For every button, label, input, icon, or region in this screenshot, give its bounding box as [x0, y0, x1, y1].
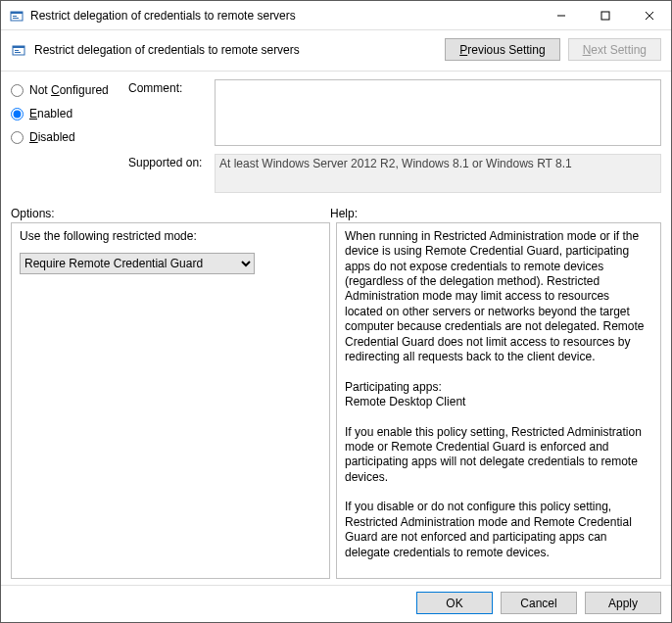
help-section-label: Help:: [330, 207, 358, 220]
enabled-label[interactable]: Enabled: [29, 107, 72, 120]
state-radio-group: Not Configured Enabled Disabled: [11, 79, 128, 201]
next-setting-button[interactable]: Next Setting: [568, 38, 661, 61]
maximize-button[interactable]: [583, 1, 627, 29]
svg-rect-11: [15, 52, 21, 53]
disabled-radio[interactable]: [11, 131, 24, 144]
svg-rect-9: [13, 46, 24, 48]
close-button[interactable]: [627, 1, 671, 29]
options-panel: Use the following restricted mode: Requi…: [11, 222, 330, 579]
not-configured-label[interactable]: Not Configured: [29, 83, 109, 97]
apply-button[interactable]: Apply: [585, 592, 661, 614]
dialog-footer: OK Cancel Apply: [1, 585, 671, 622]
disabled-label[interactable]: Disabled: [29, 130, 75, 144]
options-section-label: Options:: [11, 207, 330, 220]
supported-on-text: At least Windows Server 2012 R2, Windows…: [215, 154, 661, 193]
policy-icon: [11, 42, 26, 58]
mode-select[interactable]: Require Remote Credential Guard: [20, 253, 255, 274]
help-panel: When running in Restricted Administratio…: [336, 222, 661, 579]
supported-on-label: Supported on:: [128, 154, 215, 193]
svg-rect-2: [13, 16, 17, 17]
minimize-button[interactable]: [539, 1, 583, 29]
comment-label: Comment:: [128, 79, 215, 146]
svg-rect-5: [601, 12, 609, 20]
svg-rect-10: [15, 50, 19, 51]
help-text: When running in Restricted Administratio…: [345, 229, 652, 572]
ok-button[interactable]: OK: [416, 592, 493, 614]
comment-textarea[interactable]: [215, 79, 661, 146]
policy-header: Restrict delegation of credentials to re…: [1, 30, 671, 72]
cancel-button[interactable]: Cancel: [501, 592, 577, 614]
not-configured-radio[interactable]: [11, 84, 24, 97]
title-bar: Restrict delegation of credentials to re…: [1, 1, 671, 30]
previous-setting-button[interactable]: Previous Setting: [445, 38, 559, 61]
svg-rect-1: [11, 12, 23, 14]
policy-title: Restrict delegation of credentials to re…: [34, 43, 437, 57]
svg-rect-3: [13, 18, 19, 19]
window-title: Restrict delegation of credentials to re…: [30, 9, 539, 23]
window-icon: [9, 8, 24, 24]
mode-label: Use the following restricted mode:: [20, 229, 321, 243]
enabled-radio[interactable]: [11, 108, 24, 120]
